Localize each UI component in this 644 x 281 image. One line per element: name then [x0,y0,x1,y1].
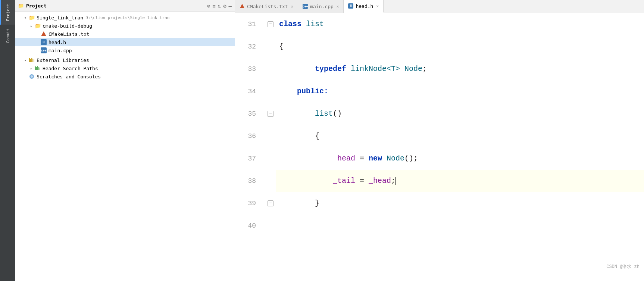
ln-35: 35 [235,103,259,125]
scratches-icon [28,73,35,80]
ln-36: 36 [235,125,259,147]
header-file-icon: H [40,39,47,46]
activity-bar: Project Commit [0,0,15,281]
sort-icon[interactable]: ⇅ [218,3,221,9]
brace-open-32: { [279,35,284,58]
fold-34 [265,80,276,103]
fold-39[interactable]: ─ [265,192,276,215]
svg-rect-2 [30,59,31,62]
scratches-label: Scratches and Consoles [37,74,101,79]
cmake-build-label: cmake-build-debug [43,23,92,29]
h-tab-icon: H [348,3,353,9]
external-libraries-item[interactable]: External Libraries [15,56,235,64]
fold-33 [265,58,276,80]
svg-rect-10 [40,68,40,70]
minimize-icon[interactable]: — [229,3,232,9]
cmake-build-arrow [28,23,34,29]
ln-31: 31 [235,13,259,35]
keyword-new: new [369,147,382,170]
main-cpp-tab-label: main.cpp [310,4,334,9]
cmake-tab[interactable]: CMakeLists.txt ✕ [235,0,298,13]
fold-38 [265,170,276,192]
editor-area: CMakeLists.txt ✕ c++ main.cpp ✕ H head.h… [235,0,644,281]
main-cpp-tab[interactable]: c++ main.cpp ✕ [298,0,344,13]
tree-expand-icon[interactable]: ⊕ [207,3,210,9]
parens-35: () [333,103,342,125]
cmake-build-folder-icon: 📁 [34,22,41,29]
panel-title: Project [26,3,205,9]
brace-close-39: } [315,192,319,215]
svg-rect-6 [35,66,36,70]
fold-39-icon: ─ [268,200,273,206]
file-tree: 📁 Single_link_tran D:\clion_projects\Sin… [15,12,235,281]
cmake-build-debug-item[interactable]: 📁 cmake-build-debug [15,22,235,30]
head-h-tab[interactable]: H head.h ✕ [344,0,384,13]
ext-libs-arrow [22,57,28,63]
svg-rect-1 [29,58,30,62]
project-root[interactable]: 📁 Single_link_tran D:\clion_projects\Sin… [15,13,235,22]
header-search-paths-item[interactable]: Header Search Paths [15,64,235,72]
svg-rect-8 [37,66,38,70]
panel-header: 📁 Project ⊕ ≡ ⇅ ⚙ — [15,0,235,12]
fold-40 [265,215,276,237]
project-folder-icon: 📁 [28,14,35,21]
ln-33: 33 [235,58,259,80]
ln-38: 38 [235,170,259,192]
head-h-item[interactable]: H head.h [15,38,235,46]
main-cpp-tab-close[interactable]: ✕ [337,4,339,9]
code-gutter: ─ ─ ─ [265,13,276,281]
project-tab-label: Project [6,4,10,21]
code-line-33: typedef linkNode<T> Node; [276,58,644,80]
cmakelists-item[interactable]: CMakeLists.txt [15,30,235,38]
keyword-public: public: [297,80,328,103]
fold-35[interactable]: ─ [265,103,276,125]
watermark: CSDN @洛水 zh [606,256,640,278]
fold-31[interactable]: ─ [265,13,276,35]
main-cpp-item[interactable]: c++ main.cpp [15,46,235,54]
var-tail-38: _tail [333,170,355,192]
ln-37: 37 [235,147,259,170]
code-content[interactable]: class list { typedef linkNode<T> Node; p… [276,13,644,281]
search-paths-icon [34,65,41,72]
type-node-37: Node [387,147,404,170]
class-name-list: list [306,13,324,35]
folder-icon: 📁 [18,3,24,9]
code-line-31: class list [276,13,644,35]
cmake-tab-close[interactable]: ✕ [291,4,294,9]
var-head-37: _head [333,147,355,170]
fn-list: list [315,103,333,125]
code-line-40 [276,215,644,237]
code-editor: 31 32 33 34 35 36 37 38 39 40 ─ ─ [235,13,644,281]
keyword-class: class [279,13,301,35]
type-node: Node [404,58,422,80]
scratches-item[interactable]: Scratches and Consoles [15,72,235,81]
project-panel: 📁 Project ⊕ ≡ ⇅ ⚙ — 📁 Single_link_tran D… [15,0,235,281]
header-search-arrow [28,65,34,71]
external-libraries-label: External Libraries [37,57,89,63]
project-tab[interactable]: Project [0,0,15,25]
settings-icon[interactable]: ⚙ [223,3,226,9]
fold-36 [265,125,276,147]
cmake-icon [40,31,47,37]
code-line-34: public: [276,80,644,103]
head-h-tab-close[interactable]: ✕ [376,4,379,9]
cmake-tab-icon [240,3,245,10]
head-h-tab-label: head.h [356,3,373,9]
svg-rect-9 [38,67,39,70]
svg-rect-4 [32,59,33,62]
code-line-39: } [276,192,644,215]
semicolon-38: ; [391,170,396,192]
var-head-38: _head [369,170,391,192]
fold-31-icon: ─ [268,21,273,27]
parens-37: (); [404,147,418,170]
ext-libs-icon [28,57,35,63]
line-numbers: 31 32 33 34 35 36 37 38 39 40 [235,13,265,281]
ln-40: 40 [235,215,259,237]
cpp-tab-icon: c++ [303,4,308,9]
project-path: D:\clion_projects\Single_link_tran [85,15,169,20]
commit-tab[interactable]: Commit [0,25,15,47]
cmakelists-label: CMakeLists.txt [49,31,90,37]
tab-bar: CMakeLists.txt ✕ c++ main.cpp ✕ H head.h… [235,0,644,13]
collapse-all-icon[interactable]: ≡ [212,3,215,9]
svg-marker-13 [240,4,244,8]
